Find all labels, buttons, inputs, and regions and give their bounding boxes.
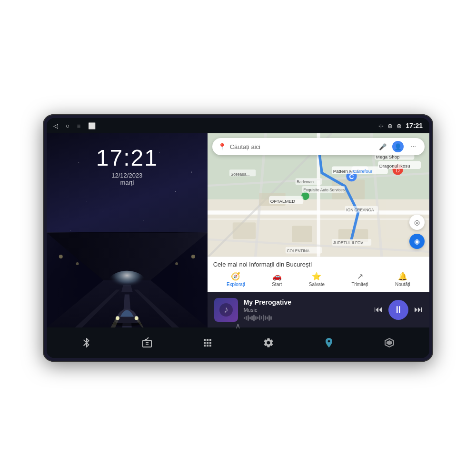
maps-nav-icon: [323, 337, 335, 348]
clock-date: 12/12/2023: [96, 172, 158, 179]
map-search-placeholder[interactable]: Căutați aici: [230, 143, 373, 150]
map-tab-news-label: Noutăți: [395, 282, 410, 287]
more-options-icon[interactable]: ⋯: [407, 141, 419, 152]
saved-icon: ⭐: [312, 272, 321, 281]
waveform-bar: [255, 316, 257, 320]
swipe-up-indicator: ∧: [235, 321, 241, 330]
svg-text:OFTALMED: OFTALMED: [270, 198, 295, 204]
waveform-bar: [267, 317, 268, 319]
music-controls: ⏮ ⏸ ⏭: [374, 300, 423, 320]
status-bar: ◁ ○ ≡ ⬜ ⊹ ⊕ ⊛ 17:21: [47, 118, 429, 133]
map-tab-explore[interactable]: 🧭 Explorați: [223, 271, 249, 288]
waveform-bar: [259, 315, 260, 320]
3d-icon: [384, 337, 395, 348]
map-info-overlay: Cele mai noi informații din București 🧭 …: [208, 257, 429, 292]
map-tab-send[interactable]: ↗ Trimiteți: [347, 271, 372, 288]
svg-text:Bademan: Bademan: [297, 179, 314, 184]
map-tab-start[interactable]: 🚗 Start: [268, 271, 286, 288]
status-bar-indicators: ⊹ ⊕ ⊛ 17:21: [378, 122, 423, 129]
map-search-bar[interactable]: 📍 Căutați aici 🎤 👤 ⋯: [212, 138, 425, 155]
waveform-bar: [244, 317, 245, 319]
nav-3d[interactable]: [377, 331, 401, 355]
recent-icon[interactable]: ⬜: [88, 122, 96, 129]
next-track-button[interactable]: ⏭: [414, 305, 423, 315]
svg-text:JUDETUL ILFOV: JUDETUL ILFOV: [333, 240, 363, 245]
svg-text:COLENTINA: COLENTINA: [287, 248, 309, 253]
google-maps-logo-icon: 📍: [218, 143, 226, 150]
waveform-bar: [246, 316, 247, 320]
map-location-control[interactable]: ◉: [409, 234, 425, 249]
previous-track-button[interactable]: ⏮: [374, 305, 383, 315]
nav-settings[interactable]: [257, 331, 280, 355]
svg-text:Dragonul Rosu: Dragonul Rosu: [379, 163, 410, 169]
left-panel-lockscreen: 17:21 12/12/2023 marți: [47, 133, 208, 327]
waveform-bar: [251, 316, 253, 320]
music-album-art: ♪: [214, 298, 238, 322]
explore-icon: 🧭: [231, 272, 240, 281]
nav-maps[interactable]: [317, 331, 341, 355]
svg-rect-33: [232, 222, 256, 239]
apps-icon: [202, 337, 213, 348]
clock-day: marți: [96, 179, 158, 186]
svg-text:Soseaua...: Soseaua...: [230, 172, 249, 177]
menu-icon[interactable]: ≡: [77, 122, 81, 129]
clock-display: 17:21 12/12/2023 marți: [96, 145, 158, 186]
waveform-bar: [253, 315, 255, 321]
clock-time: 17:21: [96, 145, 158, 171]
news-icon: 🔔: [398, 272, 407, 281]
map-tab-send-label: Trimiteți: [351, 282, 368, 287]
voice-search-icon[interactable]: 🎤: [377, 141, 388, 152]
home-icon[interactable]: ○: [66, 122, 69, 129]
waveform-bar: [265, 316, 266, 320]
map-layers-control[interactable]: ◎: [409, 215, 425, 230]
user-account-icon[interactable]: 👤: [392, 141, 404, 152]
svg-point-8: [59, 255, 63, 258]
device-screen: ◁ ○ ≡ ⬜ ⊹ ⊕ ⊛ 17:21 17:21 12/12/2023 mar…: [47, 118, 429, 358]
waveform-bar: [270, 316, 272, 320]
map-area[interactable]: C D Pattern Media Carrefour Dragonul Ros…: [208, 133, 429, 292]
music-info: My Prerogative Music: [244, 298, 368, 321]
bluetooth-status-icon: ⊹: [378, 122, 384, 129]
tunnel-svg: [47, 232, 208, 327]
settings-icon: [263, 337, 274, 348]
music-title: My Prerogative: [244, 298, 368, 306]
waveform-bar: [248, 315, 249, 321]
wifi-status-icon: ⊛: [397, 122, 402, 129]
bluetooth-icon: [81, 337, 92, 348]
map-tab-start-label: Start: [272, 282, 282, 287]
map-tab-news[interactable]: 🔔 Noutăți: [391, 271, 414, 288]
waveform-bar: [263, 315, 264, 321]
svg-rect-31: [292, 226, 312, 242]
status-time: 17:21: [406, 122, 423, 129]
play-pause-button[interactable]: ⏸: [388, 300, 408, 320]
map-search-action-icons: 🎤 👤 ⋯: [377, 141, 419, 152]
radio-icon: [141, 337, 153, 348]
nav-apps[interactable]: [196, 331, 219, 355]
svg-point-12: [108, 271, 146, 295]
waveform-bar: [249, 317, 251, 319]
status-bar-nav: ◁ ○ ≡ ⬜: [53, 122, 96, 129]
waveform-bar: [261, 316, 262, 319]
svg-text:Carrefour: Carrefour: [353, 169, 373, 174]
waveform-bar: [268, 315, 270, 321]
map-info-title: Cele mai noi informații din București: [213, 261, 424, 268]
map-tab-explore-label: Explorați: [227, 282, 245, 287]
music-waveform: [244, 315, 368, 321]
send-icon: ↗: [357, 272, 363, 281]
svg-point-11: [175, 262, 178, 265]
map-tab-saved[interactable]: ⭐ Salvate: [305, 271, 328, 288]
back-icon[interactable]: ◁: [53, 122, 58, 129]
music-artist: Music: [244, 307, 368, 313]
right-panel: C D Pattern Media Carrefour Dragonul Ros…: [208, 133, 429, 327]
map-nav-tabs: 🧭 Explorați 🚗 Start ⭐ Salvate: [213, 271, 424, 288]
car-head-unit: ◁ ○ ≡ ⬜ ⊹ ⊕ ⊛ 17:21 17:21 12/12/2023 mar…: [43, 114, 433, 362]
car-tunnel-visual: [47, 232, 208, 327]
waveform-bar: [257, 317, 258, 319]
svg-text:ION CREANGA: ION CREANGA: [346, 208, 374, 212]
nav-bluetooth[interactable]: [75, 331, 99, 355]
nav-radio[interactable]: [135, 331, 159, 355]
location-status-icon: ⊕: [387, 122, 393, 129]
svg-point-10: [191, 255, 195, 258]
svg-text:Exquisite Auto Services: Exquisite Auto Services: [303, 188, 345, 192]
start-icon: 🚗: [272, 272, 282, 281]
